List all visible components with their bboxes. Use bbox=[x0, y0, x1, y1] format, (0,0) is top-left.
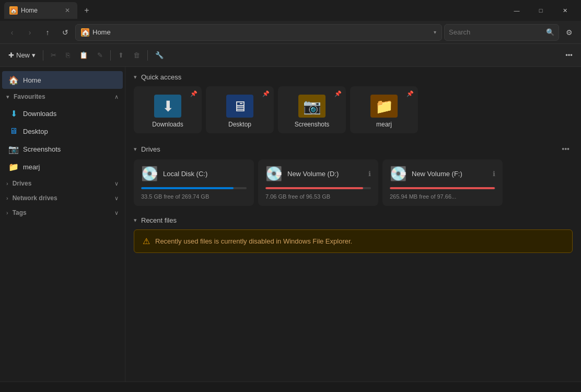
notice-warning-icon: ⚠ bbox=[143, 236, 150, 246]
drive-d-size-label: 7.06 GB free of 96.53 GB bbox=[265, 193, 371, 200]
quick-access-collapse-icon[interactable]: ▾ bbox=[134, 74, 137, 80]
back-button[interactable]: ‹ bbox=[4, 25, 20, 40]
quick-access-screenshots[interactable]: 📌 📷 Screenshots bbox=[278, 86, 346, 133]
drive-d-info-button[interactable]: ℹ bbox=[368, 170, 371, 178]
drive-f-info-button[interactable]: ℹ bbox=[493, 170, 495, 178]
search-icon[interactable]: 🔍 bbox=[546, 28, 554, 36]
quick-access-screenshots-icon: 📷 bbox=[298, 95, 326, 118]
tab-close-button[interactable]: ✕ bbox=[63, 6, 72, 15]
rename-button[interactable]: ✎ bbox=[93, 47, 107, 64]
sidebar-item-downloads[interactable]: ⬇ Downloads 📌 bbox=[2, 105, 123, 122]
paste-button[interactable]: 📋 bbox=[75, 47, 92, 64]
refresh-button[interactable]: ↺ bbox=[57, 25, 73, 40]
drives-more-button[interactable]: ••• bbox=[559, 144, 573, 154]
quick-access-mearj-pin-icon[interactable]: 📌 bbox=[406, 90, 414, 97]
quick-access-screenshots-pin-icon[interactable]: 📌 bbox=[334, 90, 342, 97]
sidebar-section-tags[interactable]: › Tags ∨ bbox=[0, 206, 125, 220]
drives-collapse-icon[interactable]: ▾ bbox=[134, 146, 137, 153]
sidebar-section-network-drives[interactable]: › Network drives ∨ bbox=[0, 191, 125, 205]
tags-label: Tags bbox=[13, 209, 114, 216]
drive-card-c[interactable]: 💽 Local Disk (C:) 33.5 GB free of 269.74… bbox=[134, 159, 254, 206]
quick-access-downloads-pin-icon[interactable]: 📌 bbox=[190, 90, 197, 97]
quick-access-mearj[interactable]: 📌 📁 mearj bbox=[350, 86, 418, 133]
quick-access-desktop-label: Desktop bbox=[228, 121, 251, 128]
quick-access-mearj-label: mearj bbox=[376, 121, 392, 128]
drive-f-name: New Volume (F:) bbox=[412, 170, 487, 178]
address-dropdown-icon[interactable]: ▾ bbox=[434, 29, 436, 35]
forward-button[interactable]: › bbox=[22, 25, 38, 40]
drive-card-f[interactable]: 💽 New Volume (F:) ℹ 265.94 MB free of 97… bbox=[382, 159, 503, 206]
drive-d-icon: 💽 bbox=[265, 166, 282, 182]
sidebar-home-label: Home bbox=[23, 76, 117, 84]
sidebar-section-drives[interactable]: › Drives ∨ bbox=[0, 177, 125, 190]
sidebar-screenshots-label: Screenshots bbox=[23, 145, 105, 153]
drive-card-d[interactable]: 💽 New Volume (D:) ℹ 7.06 GB free of 96.5… bbox=[258, 159, 378, 206]
delete-button[interactable]: 🗑 bbox=[129, 47, 144, 64]
tags-chevron-icon: › bbox=[6, 210, 8, 216]
minimize-button[interactable]: — bbox=[505, 2, 529, 19]
tags-expand-icon: ∨ bbox=[114, 210, 119, 216]
sidebar: 🏠 Home ▾ Favourites ∧ ⬇ Downloads 📌 🖥 De… bbox=[0, 67, 125, 382]
recent-files-title: Recent files bbox=[141, 216, 573, 224]
search-box[interactable]: 🔍 bbox=[444, 24, 559, 41]
recent-files-collapse-icon[interactable]: ▾ bbox=[134, 217, 137, 224]
sidebar-section-favourites[interactable]: ▾ Favourites ∧ bbox=[0, 90, 125, 103]
sidebar-item-desktop[interactable]: 🖥 Desktop 📌 bbox=[2, 122, 123, 140]
drive-c-info: Local Disk (C:) bbox=[163, 170, 247, 178]
close-button[interactable]: ✕ bbox=[553, 2, 577, 19]
status-bar bbox=[0, 382, 581, 392]
drives-chevron-icon: › bbox=[6, 180, 8, 187]
sidebar-item-mearj[interactable]: 📁 mearj 📌 bbox=[2, 158, 123, 176]
drive-f-icon: 💽 bbox=[390, 166, 406, 182]
drive-d-name: New Volume (D:) bbox=[287, 170, 363, 178]
network-drives-chevron-icon: › bbox=[6, 195, 8, 201]
share-button[interactable]: ⬆ bbox=[114, 47, 128, 64]
sidebar-desktop-label: Desktop bbox=[23, 128, 105, 135]
drives-label: Drives bbox=[13, 180, 114, 187]
address-box[interactable]: 🏠 Home ▾ bbox=[75, 24, 442, 41]
properties-button[interactable]: 🔧 bbox=[151, 47, 168, 64]
quick-access-downloads[interactable]: 📌 ⬇ Downloads bbox=[134, 86, 202, 133]
toolbar-more-button[interactable]: ••• bbox=[561, 48, 577, 63]
desktop-icon: 🖥 bbox=[8, 126, 19, 136]
sidebar-item-home[interactable]: 🏠 Home bbox=[2, 71, 123, 89]
toolbar-separator-2 bbox=[110, 50, 111, 61]
toolbar-separator-3 bbox=[147, 50, 148, 61]
quick-access-desktop[interactable]: 📌 🖥 Desktop bbox=[206, 86, 274, 133]
maximize-button[interactable]: □ bbox=[529, 2, 553, 19]
copy-button[interactable]: ⎘ bbox=[62, 47, 74, 64]
search-input[interactable] bbox=[449, 28, 543, 36]
favourites-chevron-icon: ▾ bbox=[6, 94, 9, 100]
sidebar-item-screenshots[interactable]: 📷 Screenshots 📌 bbox=[2, 140, 123, 158]
quick-access-grid: 📌 ⬇ Downloads 📌 🖥 Desktop 📌 📷 Screenshot… bbox=[134, 86, 573, 133]
cut-button[interactable]: ✂ bbox=[47, 47, 61, 64]
drive-d-progress-bar bbox=[265, 187, 371, 189]
quick-access-header: ▾ Quick access bbox=[134, 73, 573, 81]
drives-header: ▾ Drives ••• bbox=[134, 144, 573, 154]
drives-section-title: Drives bbox=[141, 145, 554, 153]
current-tab[interactable]: 🏠 Home ✕ bbox=[4, 2, 77, 19]
favourites-expand-icon: ∧ bbox=[114, 94, 119, 100]
new-label: New bbox=[16, 51, 30, 59]
network-drives-expand-icon: ∨ bbox=[114, 195, 119, 202]
new-tab-button[interactable]: + bbox=[79, 3, 94, 18]
screenshots-icon: 📷 bbox=[8, 144, 19, 154]
main-layout: 🏠 Home ▾ Favourites ∧ ⬇ Downloads 📌 🖥 De… bbox=[0, 67, 581, 382]
address-text: Home bbox=[92, 28, 431, 36]
up-button[interactable]: ↑ bbox=[40, 25, 55, 40]
new-button[interactable]: ✚ New ▾ bbox=[4, 47, 40, 64]
new-dropdown-icon: ▾ bbox=[32, 51, 36, 59]
drive-c-size-label: 33.5 GB free of 269.74 GB bbox=[141, 193, 247, 200]
quick-access-desktop-pin-icon[interactable]: 📌 bbox=[262, 90, 270, 97]
drive-f-header: 💽 New Volume (F:) ℹ bbox=[390, 166, 495, 182]
title-bar-left: 🏠 Home ✕ + bbox=[4, 2, 501, 19]
drive-c-icon: 💽 bbox=[141, 166, 158, 182]
mearj-icon: 📁 bbox=[8, 162, 19, 172]
quick-access-title: Quick access bbox=[141, 73, 573, 81]
settings-button[interactable]: ⚙ bbox=[561, 25, 577, 40]
content-area: ▾ Quick access 📌 ⬇ Downloads 📌 🖥 Desktop… bbox=[125, 67, 581, 382]
sidebar-mearj-label: mearj bbox=[23, 163, 105, 171]
downloads-icon: ⬇ bbox=[8, 109, 19, 119]
new-icon: ✚ bbox=[8, 51, 14, 59]
window-controls: — □ ✕ bbox=[505, 2, 577, 19]
